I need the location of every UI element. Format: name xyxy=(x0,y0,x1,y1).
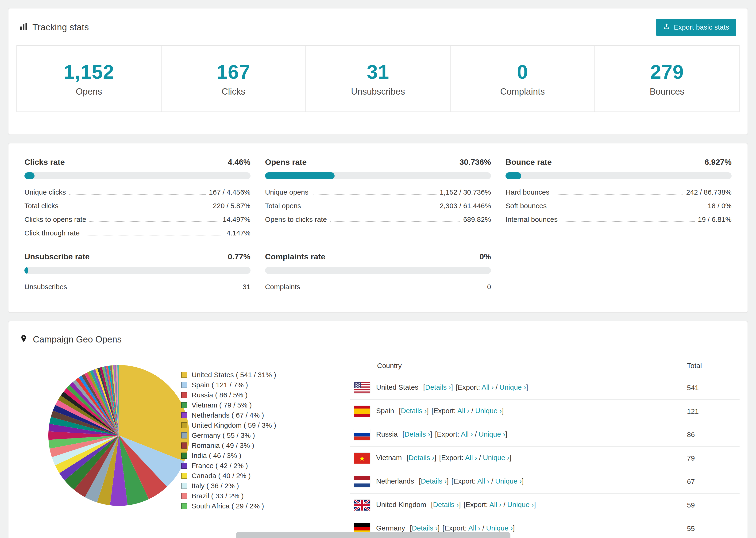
stat-label: Complaints xyxy=(500,86,545,97)
metric-value: 0 xyxy=(487,283,491,291)
details-link[interactable]: Details › xyxy=(421,477,447,485)
rate-metric-row: Complaints 0 xyxy=(265,280,491,294)
stat-label: Unsubscribes xyxy=(351,86,405,97)
country-name: Spain xyxy=(376,407,396,414)
legend-label: Italy ( 36 / 2% ) xyxy=(191,482,239,490)
country-total: 86 xyxy=(687,423,739,447)
export-all-link[interactable]: All › xyxy=(461,430,473,438)
rate-metric-rows: Unique opens 1,152 / 30.736% Total opens… xyxy=(265,186,491,226)
stat-box: 279 Bounces xyxy=(595,46,739,112)
export-unique-link[interactable]: Unique › xyxy=(483,454,510,461)
stat-box: 31 Unsubscribes xyxy=(306,46,451,112)
legend-item: France ( 42 / 2% ) xyxy=(181,460,350,471)
metric-value: 2,303 / 61.446% xyxy=(440,202,491,210)
rate-metric-row: Click through rate 4.147% xyxy=(25,226,250,240)
stat-value: 167 xyxy=(217,61,250,83)
country-name: Vietnam xyxy=(376,454,404,461)
geo-table-row: Russia [Details ›][Export: All ›/Unique … xyxy=(350,423,739,447)
geo-table-row: United Kingdom [Details ›][Export: All ›… xyxy=(350,493,739,517)
stat-value: 31 xyxy=(367,61,389,83)
export-basic-stats-button[interactable]: Export basic stats xyxy=(656,19,736,36)
details-link[interactable]: Details › xyxy=(433,501,459,509)
export-all-link[interactable]: All › xyxy=(477,477,490,485)
rate-section: Clicks rate 4.46% Unique clicks 167 / 4.… xyxy=(25,157,250,240)
metric-value: 19 / 6.81% xyxy=(698,215,731,224)
stat-label: Clicks xyxy=(222,86,245,97)
rate-progress-fill xyxy=(265,172,335,179)
dashboard-page: Tracking stats Export basic stats 1,152 … xyxy=(0,0,756,538)
rate-title: Clicks rate xyxy=(25,157,65,167)
country-flag-icon xyxy=(354,476,370,487)
export-unique-link[interactable]: Unique › xyxy=(495,477,522,485)
legend-item: United States ( 541 / 31% ) xyxy=(181,370,350,380)
campaign-geo-opens-card: Campaign Geo Opens United States ( 541 /… xyxy=(8,321,748,538)
stat-value: 1,152 xyxy=(64,61,114,83)
geo-table-header-row: Country Total xyxy=(350,355,739,376)
legend-label: United Kingdom ( 59 / 3% ) xyxy=(191,421,276,429)
rate-progress-bar xyxy=(265,172,491,179)
rate-metric-rows: Complaints 0 xyxy=(265,280,491,294)
geo-content: United States ( 541 / 31% ) Spain ( 121 … xyxy=(9,355,747,538)
export-prefix: Export: xyxy=(465,501,488,509)
legend-item: Canada ( 40 / 2% ) xyxy=(181,471,350,481)
legend-swatch xyxy=(181,422,188,428)
export-unique-link[interactable]: Unique › xyxy=(499,383,526,391)
legend-item: India ( 46 / 3% ) xyxy=(181,451,350,460)
country-column-header: Country xyxy=(350,355,687,376)
country-flag-icon xyxy=(354,500,370,511)
metric-value: 4.147% xyxy=(227,229,250,237)
country-flag-icon xyxy=(354,406,370,417)
export-unique-link[interactable]: Unique › xyxy=(486,524,513,532)
metric-value: 1,152 / 30.736% xyxy=(440,188,491,196)
rate-progress-fill xyxy=(506,172,521,179)
country-name: Russia xyxy=(376,430,400,438)
details-link[interactable]: Details › xyxy=(408,454,434,461)
geo-pie-svg[interactable] xyxy=(48,365,189,506)
details-link[interactable]: Details › xyxy=(412,524,438,532)
details-link[interactable]: Details › xyxy=(404,430,430,438)
horizontal-scrollbar-thumb[interactable] xyxy=(236,532,511,538)
rate-progress-bar xyxy=(506,172,731,179)
export-all-link[interactable]: All › xyxy=(465,454,477,461)
rate-metric-row: Clicks to opens rate 14.497% xyxy=(25,213,250,226)
legend-item: Romania ( 49 / 3% ) xyxy=(181,440,350,451)
legend-item: United Kingdom ( 59 / 3% ) xyxy=(181,420,350,430)
tracking-stats-header: Tracking stats Export basic stats xyxy=(9,9,747,45)
export-unique-link[interactable]: Unique › xyxy=(475,407,502,414)
metric-label: Soft bounces xyxy=(506,202,547,210)
country-total: 121 xyxy=(687,400,739,423)
rates-grid: Clicks rate 4.46% Unique clicks 167 / 4.… xyxy=(25,157,731,294)
legend-swatch xyxy=(181,432,188,439)
legend-label: Russia ( 86 / 5% ) xyxy=(191,391,247,399)
export-unique-link[interactable]: Unique › xyxy=(507,501,534,509)
legend-swatch xyxy=(181,443,188,449)
legend-swatch xyxy=(181,372,188,378)
metric-label: Total clicks xyxy=(25,202,58,210)
details-link[interactable]: Details › xyxy=(425,383,451,391)
export-all-link[interactable]: All › xyxy=(458,407,469,414)
dotted-leader xyxy=(330,221,460,222)
rate-title: Bounce rate xyxy=(506,157,552,167)
rate-progress-bar xyxy=(25,172,250,179)
dotted-leader xyxy=(553,194,683,194)
details-link[interactable]: Details › xyxy=(401,407,427,414)
geo-header: Campaign Geo Opens xyxy=(9,334,747,355)
legend-label: Vietnam ( 79 / 5% ) xyxy=(191,401,252,409)
export-all-link[interactable]: All › xyxy=(490,501,502,509)
legend-label: Spain ( 121 / 7% ) xyxy=(191,381,248,389)
geo-table-row: United States [Details ›][Export: All ›/… xyxy=(350,376,739,400)
export-unique-link[interactable]: Unique › xyxy=(479,430,505,438)
stat-value: 279 xyxy=(650,61,684,83)
export-all-link[interactable]: All › xyxy=(468,524,481,532)
country-total: 55 xyxy=(687,517,739,538)
stat-box: 0 Complaints xyxy=(451,46,595,112)
dotted-leader xyxy=(561,221,694,222)
rate-value: 4.46% xyxy=(228,157,250,167)
legend-swatch xyxy=(181,402,188,408)
metric-label: Hard bounces xyxy=(506,188,549,196)
legend-item: Russia ( 86 / 5% ) xyxy=(181,390,350,400)
legend-label: France ( 42 / 2% ) xyxy=(191,462,248,470)
export-all-link[interactable]: All › xyxy=(482,383,494,391)
metric-label: Unique opens xyxy=(265,188,308,196)
export-prefix: Export: xyxy=(437,430,459,438)
